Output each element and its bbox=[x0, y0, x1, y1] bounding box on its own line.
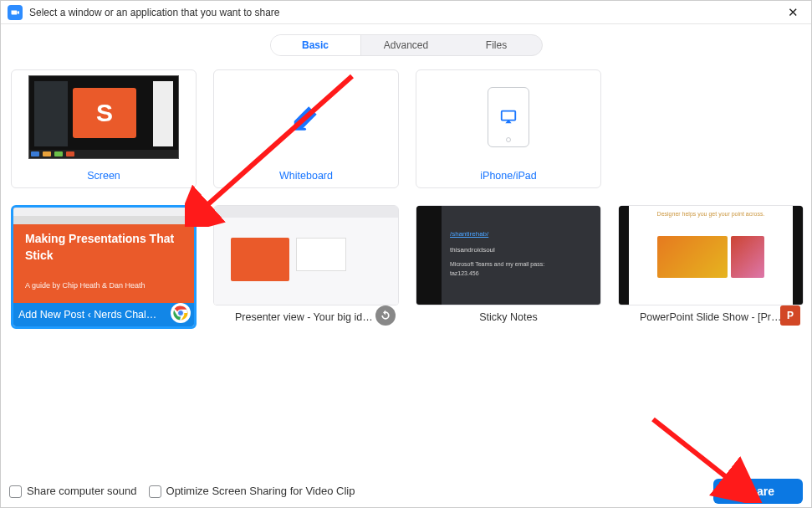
device-icon bbox=[488, 87, 529, 147]
window-title: Select a window or an application that y… bbox=[29, 7, 781, 18]
airplay-icon bbox=[499, 108, 518, 126]
chrome-icon bbox=[171, 303, 191, 323]
window-thumbnail bbox=[214, 206, 398, 305]
screen-thumbnail: S bbox=[28, 75, 179, 159]
share-option-iphone-ipad[interactable]: iPhone/iPad bbox=[416, 69, 601, 188]
sync-icon bbox=[375, 305, 396, 326]
titlebar: Select a window or an application that y… bbox=[1, 1, 811, 24]
powerpoint-icon: P bbox=[780, 305, 800, 326]
share-option-label: iPhone/iPad bbox=[416, 164, 600, 187]
window-thumbnail: Designer helps you get your point across… bbox=[619, 206, 803, 305]
tab-advanced[interactable]: Advanced bbox=[361, 35, 452, 55]
tab-files[interactable]: Files bbox=[452, 35, 542, 55]
share-option-whiteboard[interactable]: Whiteboard bbox=[213, 69, 399, 188]
share-option-label: PowerPoint Slide Show - [Present… bbox=[640, 311, 782, 323]
window-thumbnail: Making Presentations That Stick A guide … bbox=[13, 208, 194, 303]
footer: Share computer sound Optimize Screen Sha… bbox=[1, 475, 811, 507]
share-option-window-stickynotes[interactable]: /shantirehab/ thisandroidsoul Microsoft … bbox=[416, 205, 601, 329]
window-thumbnail: /shantirehab/ thisandroidsoul Microsoft … bbox=[416, 206, 600, 305]
share-option-screen[interactable]: S Screen bbox=[11, 69, 197, 188]
share-option-window-chrome[interactable]: Making Presentations That Stick A guide … bbox=[11, 205, 197, 329]
share-button[interactable]: Share bbox=[713, 479, 803, 504]
svg-line-6 bbox=[653, 419, 733, 482]
share-options-grid: S Screen Whiteboard iPhone/iPad bbox=[1, 63, 811, 336]
tab-basic[interactable]: Basic bbox=[271, 35, 361, 55]
share-option-label: Whiteboard bbox=[214, 164, 398, 187]
share-option-label: Screen bbox=[12, 164, 196, 187]
checkbox-icon bbox=[149, 485, 161, 498]
share-option-window-presenter[interactable]: Presenter view - Your big idea - G… bbox=[213, 205, 399, 329]
checkbox-share-sound[interactable]: Share computer sound bbox=[9, 485, 137, 498]
share-option-label: Add New Post ‹ Nerds Chalk — … bbox=[18, 309, 161, 321]
pencil-icon bbox=[290, 101, 322, 133]
zoom-app-icon bbox=[8, 5, 23, 20]
share-option-label: Presenter view - Your big idea - G… bbox=[235, 311, 377, 323]
close-icon[interactable]: ✕ bbox=[781, 5, 804, 20]
tab-bar: Basic Advanced Files bbox=[1, 24, 811, 63]
share-option-label: Sticky Notes bbox=[479, 311, 537, 323]
share-option-window-powerpoint[interactable]: Designer helps you get your point across… bbox=[618, 205, 804, 329]
svg-rect-0 bbox=[502, 111, 516, 121]
checkbox-optimize-video[interactable]: Optimize Screen Sharing for Video Clip bbox=[149, 485, 355, 498]
checkbox-icon bbox=[9, 485, 22, 498]
